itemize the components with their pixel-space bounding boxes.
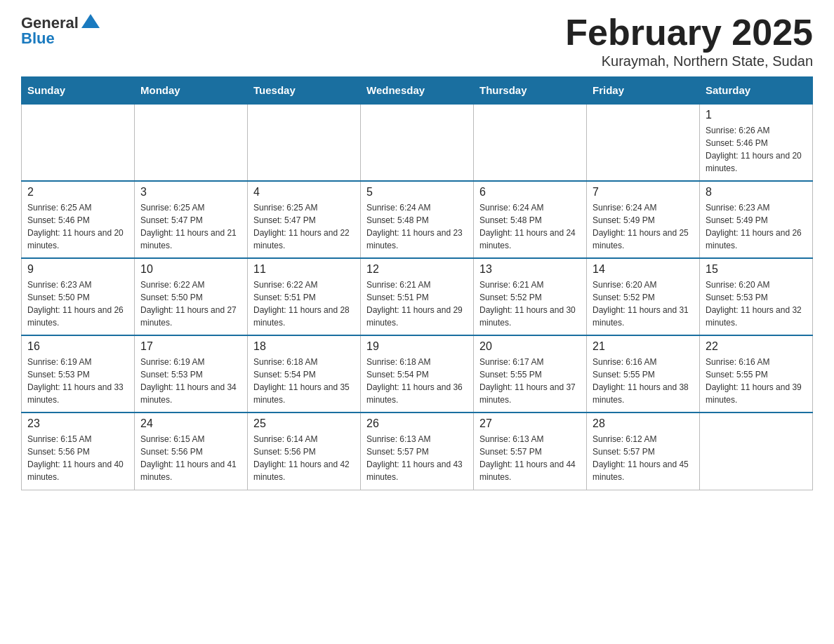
- header-sunday: Sunday: [22, 77, 135, 105]
- day-number: 3: [140, 186, 241, 199]
- logo-icon: [81, 13, 100, 31]
- table-row: 1Sunrise: 6:26 AMSunset: 5:46 PMDaylight…: [700, 104, 813, 181]
- day-info: Sunrise: 6:19 AMSunset: 5:53 PMDaylight:…: [27, 356, 128, 406]
- table-row: 24Sunrise: 6:15 AMSunset: 5:56 PMDayligh…: [135, 412, 248, 490]
- day-info: Sunrise: 6:19 AMSunset: 5:53 PMDaylight:…: [140, 356, 241, 406]
- table-row: [587, 104, 700, 181]
- table-row: 26Sunrise: 6:13 AMSunset: 5:57 PMDayligh…: [361, 412, 474, 490]
- table-row: 15Sunrise: 6:20 AMSunset: 5:53 PMDayligh…: [700, 258, 813, 335]
- table-row: [248, 104, 361, 181]
- day-info: Sunrise: 6:25 AMSunset: 5:46 PMDaylight:…: [27, 201, 128, 252]
- table-row: 2Sunrise: 6:25 AMSunset: 5:46 PMDaylight…: [22, 181, 135, 258]
- table-row: 28Sunrise: 6:12 AMSunset: 5:57 PMDayligh…: [587, 412, 700, 490]
- table-row: 6Sunrise: 6:24 AMSunset: 5:48 PMDaylight…: [474, 181, 587, 258]
- calendar-week-2: 9Sunrise: 6:23 AMSunset: 5:50 PMDaylight…: [22, 258, 813, 335]
- day-info: Sunrise: 6:15 AMSunset: 5:56 PMDaylight:…: [27, 433, 128, 483]
- logo-blue: Blue: [21, 29, 55, 48]
- day-number: 28: [593, 417, 694, 430]
- table-row: 21Sunrise: 6:16 AMSunset: 5:55 PMDayligh…: [587, 335, 700, 412]
- day-info: Sunrise: 6:13 AMSunset: 5:57 PMDaylight:…: [479, 433, 581, 483]
- day-number: 9: [27, 263, 128, 276]
- table-row: 16Sunrise: 6:19 AMSunset: 5:53 PMDayligh…: [22, 335, 135, 412]
- day-number: 10: [140, 263, 241, 276]
- table-row: 11Sunrise: 6:22 AMSunset: 5:51 PMDayligh…: [248, 258, 361, 335]
- day-number: 1: [706, 109, 807, 121]
- day-number: 2: [27, 186, 128, 199]
- calendar-week-3: 16Sunrise: 6:19 AMSunset: 5:53 PMDayligh…: [22, 335, 813, 412]
- header-saturday: Saturday: [700, 77, 813, 105]
- day-number: 11: [253, 263, 355, 276]
- day-info: Sunrise: 6:17 AMSunset: 5:55 PMDaylight:…: [479, 356, 581, 406]
- day-info: Sunrise: 6:26 AMSunset: 5:46 PMDaylight:…: [706, 124, 807, 175]
- table-row: 18Sunrise: 6:18 AMSunset: 5:54 PMDayligh…: [248, 335, 361, 412]
- table-row: 8Sunrise: 6:23 AMSunset: 5:49 PMDaylight…: [700, 181, 813, 258]
- table-row: [474, 104, 587, 181]
- table-row: 3Sunrise: 6:25 AMSunset: 5:47 PMDaylight…: [135, 181, 248, 258]
- header-friday: Friday: [587, 77, 700, 105]
- day-number: 19: [366, 340, 468, 353]
- day-number: 23: [27, 417, 128, 430]
- calendar-table: Sunday Monday Tuesday Wednesday Thursday…: [21, 76, 813, 490]
- day-number: 27: [479, 417, 581, 430]
- table-row: 9Sunrise: 6:23 AMSunset: 5:50 PMDaylight…: [22, 258, 135, 335]
- day-number: 21: [593, 340, 694, 353]
- day-info: Sunrise: 6:25 AMSunset: 5:47 PMDaylight:…: [140, 201, 241, 252]
- day-info: Sunrise: 6:25 AMSunset: 5:47 PMDaylight:…: [253, 201, 355, 252]
- table-row: 4Sunrise: 6:25 AMSunset: 5:47 PMDaylight…: [248, 181, 361, 258]
- table-row: 25Sunrise: 6:14 AMSunset: 5:56 PMDayligh…: [248, 412, 361, 490]
- day-info: Sunrise: 6:23 AMSunset: 5:49 PMDaylight:…: [706, 201, 807, 252]
- logo: General Blue: [21, 14, 100, 48]
- day-info: Sunrise: 6:21 AMSunset: 5:51 PMDaylight:…: [366, 279, 468, 329]
- day-number: 6: [479, 186, 581, 199]
- day-info: Sunrise: 6:24 AMSunset: 5:48 PMDaylight:…: [479, 201, 581, 252]
- table-row: 13Sunrise: 6:21 AMSunset: 5:52 PMDayligh…: [474, 258, 587, 335]
- day-number: 24: [140, 417, 241, 430]
- day-info: Sunrise: 6:12 AMSunset: 5:57 PMDaylight:…: [593, 433, 694, 483]
- table-row: 23Sunrise: 6:15 AMSunset: 5:56 PMDayligh…: [22, 412, 135, 490]
- table-row: 7Sunrise: 6:24 AMSunset: 5:49 PMDaylight…: [587, 181, 700, 258]
- day-number: 22: [706, 340, 807, 353]
- table-row: 10Sunrise: 6:22 AMSunset: 5:50 PMDayligh…: [135, 258, 248, 335]
- day-number: 25: [253, 417, 355, 430]
- day-number: 18: [253, 340, 355, 353]
- table-row: 20Sunrise: 6:17 AMSunset: 5:55 PMDayligh…: [474, 335, 587, 412]
- table-row: 12Sunrise: 6:21 AMSunset: 5:51 PMDayligh…: [361, 258, 474, 335]
- table-row: 27Sunrise: 6:13 AMSunset: 5:57 PMDayligh…: [474, 412, 587, 490]
- day-info: Sunrise: 6:20 AMSunset: 5:52 PMDaylight:…: [593, 279, 694, 329]
- table-row: 22Sunrise: 6:16 AMSunset: 5:55 PMDayligh…: [700, 335, 813, 412]
- day-number: 12: [366, 263, 468, 276]
- title-section: February 2025 Kuraymah, Northern State, …: [565, 14, 813, 69]
- header-thursday: Thursday: [474, 77, 587, 105]
- day-info: Sunrise: 6:14 AMSunset: 5:56 PMDaylight:…: [253, 433, 355, 483]
- day-info: Sunrise: 6:24 AMSunset: 5:49 PMDaylight:…: [593, 201, 694, 252]
- day-info: Sunrise: 6:13 AMSunset: 5:57 PMDaylight:…: [366, 433, 468, 483]
- weekday-header-row: Sunday Monday Tuesday Wednesday Thursday…: [22, 77, 813, 105]
- day-number: 13: [479, 263, 581, 276]
- day-number: 20: [479, 340, 581, 353]
- table-row: 17Sunrise: 6:19 AMSunset: 5:53 PMDayligh…: [135, 335, 248, 412]
- table-row: 19Sunrise: 6:18 AMSunset: 5:54 PMDayligh…: [361, 335, 474, 412]
- month-title: February 2025: [565, 14, 813, 51]
- table-row: [700, 412, 813, 490]
- svg-marker-0: [81, 14, 100, 28]
- day-number: 5: [366, 186, 468, 199]
- header-tuesday: Tuesday: [248, 77, 361, 105]
- header-monday: Monday: [135, 77, 248, 105]
- day-info: Sunrise: 6:21 AMSunset: 5:52 PMDaylight:…: [479, 279, 581, 329]
- table-row: [361, 104, 474, 181]
- day-number: 7: [593, 186, 694, 199]
- day-info: Sunrise: 6:24 AMSunset: 5:48 PMDaylight:…: [366, 201, 468, 252]
- day-number: 15: [706, 263, 807, 276]
- calendar-week-4: 23Sunrise: 6:15 AMSunset: 5:56 PMDayligh…: [22, 412, 813, 490]
- table-row: 5Sunrise: 6:24 AMSunset: 5:48 PMDaylight…: [361, 181, 474, 258]
- day-number: 17: [140, 340, 241, 353]
- table-row: [135, 104, 248, 181]
- day-number: 8: [706, 186, 807, 199]
- page-header: General Blue February 2025 Kuraymah, Nor…: [21, 14, 813, 69]
- calendar-week-0: 1Sunrise: 6:26 AMSunset: 5:46 PMDaylight…: [22, 104, 813, 181]
- calendar-week-1: 2Sunrise: 6:25 AMSunset: 5:46 PMDaylight…: [22, 181, 813, 258]
- location: Kuraymah, Northern State, Sudan: [565, 53, 813, 69]
- day-info: Sunrise: 6:22 AMSunset: 5:50 PMDaylight:…: [140, 279, 241, 329]
- day-number: 4: [253, 186, 355, 199]
- day-number: 14: [593, 263, 694, 276]
